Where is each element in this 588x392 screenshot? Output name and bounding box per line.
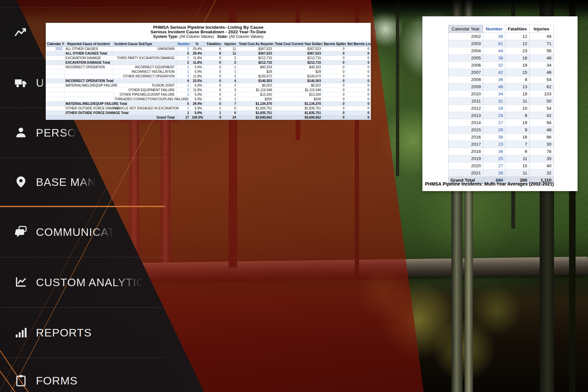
cell-f: 0 [204,83,222,88]
cell-number[interactable]: 32 [483,62,505,69]
cell-year [46,65,64,70]
cell-number[interactable]: 36 [483,76,505,83]
cell-year [46,88,64,92]
cell-pct: 23.5% [190,79,204,83]
sidebar-item-reports[interactable]: REPORTS [0,324,165,341]
sidebar-item-personnel[interactable]: PERSO [0,124,165,141]
cell-fatalities: 19 [505,62,530,69]
cell-year [46,83,64,88]
cell-cause: INCORRECT OPERATION [64,65,113,70]
cell-f: 0 [204,97,222,102]
cell-injuries: 48 [530,126,554,134]
cell-fatalities: 6 [505,148,530,155]
table-row: 2012281054 [449,105,554,112]
cell-pct: 5.9% [190,83,204,88]
cell-number[interactable]: 38 [483,55,505,62]
cell-number[interactable]: 24 [483,112,505,119]
filter-system-value: (All Column Values) [179,34,214,39]
cell-n[interactable]: 2 [176,56,190,60]
cell-number[interactable]: 25 [483,155,505,162]
cell-year: 2018 [449,148,483,155]
cell-n[interactable]: 1 [176,83,190,88]
cell-number[interactable]: 23 [483,141,505,148]
cell-nb: 0 [346,56,371,60]
cell-cause: MATERIAL/WELD/EQUIP FAILURE Total [64,102,113,106]
cell-number[interactable]: 26 [483,170,505,177]
col-header: Incident Cause SubType [113,41,176,47]
cell-fatalities: 11 [505,155,530,162]
cell-f: 8 [204,51,222,56]
incident-report-panel: PHMSA Serious Pipeline Incidents- Listin… [46,23,371,118]
cell-n[interactable]: 1 [176,70,190,74]
sidebar-item-custom-analytics[interactable]: CUSTOM ANALYTIC [0,273,165,291]
cell-nb: 0 [346,102,371,106]
table-row: 201324842 [449,112,554,119]
col-header: Reported Cause of Incident [64,41,113,47]
table-row: OTHER EQUIPMENT FAILURE211.8%03$1,115,94… [46,88,371,92]
cell-c1: $1,835,751 [237,111,273,115]
cell-number[interactable]: 61 [483,40,505,47]
cell-fatalities: 8 [505,112,530,119]
cell-number[interactable]: 36 [483,33,505,40]
cell-injuries: 30 [530,141,554,148]
cell-c2: $5,022 [273,83,322,88]
cell-b: 0 [322,92,346,97]
cell-cause [64,92,113,97]
cell-n[interactable]: 1 [176,92,190,97]
cell-number[interactable]: 38 [483,134,505,141]
cell-n[interactable]: 2 [176,74,190,79]
cell-n: 2 [176,60,190,65]
cell-year: 2009 [449,83,483,90]
cell-i: 2 [222,83,237,88]
sidebar-item-base-management[interactable]: BASE MAN [0,173,165,191]
cell-c2: $1,835,751 [273,106,322,111]
cell-number[interactable]: 42 [483,69,505,76]
cell-n: 5 [176,51,190,56]
cell-number[interactable]: 44 [483,47,505,55]
cell-c1: $1,835,751 [237,106,273,111]
cell-pct: 5.9% [190,70,204,74]
cell-pct: 5.9% [190,97,204,102]
report-subtitle: Serious Incident Cause Breakdown - 2022 … [46,30,371,34]
cell-nb: 0 [346,106,371,111]
truck-icon [14,75,28,90]
cell-number[interactable]: 31 [483,98,505,105]
cell-n[interactable]: 2 [176,88,190,92]
table-row: 201836678 [449,148,554,155]
cell-fatalities: 9 [505,126,530,134]
cell-year: 2014 [449,119,483,126]
cell-f: 0 [204,92,222,97]
cell-year [46,102,64,106]
cell-year[interactable]: 2022 [46,47,64,51]
table-row: EXCAVATION DAMAGETHIRD PARTY EXCAVATION … [46,56,371,60]
cell-number[interactable]: 26 [483,126,505,134]
cell-number[interactable]: 34 [483,90,505,98]
map-pin-icon [14,175,28,189]
cell-number[interactable]: 28 [483,105,505,112]
cell-n[interactable]: 5 [176,47,190,51]
cell-fatalities: 10 [505,105,530,112]
cell-pct: 29.4% [190,51,204,56]
table-row: INCORRECT INSTALLATION15.9%01$28$2800 [46,70,371,74]
sidebar-item-forms[interactable]: FORMS [0,372,165,389]
table-row: 2007421546 [449,69,554,76]
cell-b: 0 [322,97,346,102]
cell-injuries: 50 [530,98,554,105]
cell-number[interactable]: 36 [483,148,505,155]
cell-sub: OTHER EQUIPMENT FAILURE [113,88,176,92]
cell-number[interactable]: 27 [483,162,505,170]
cell-number[interactable]: 27 [483,119,505,126]
cell-pct: 5.9% [190,92,204,97]
tree-trunk [396,0,399,176]
cell-year: 2008 [449,76,483,83]
cell-n[interactable]: 1 [176,65,190,70]
cell-number[interactable]: 46 [483,83,505,90]
cell-nb: 0 [346,70,371,74]
cell-i: 11 [222,51,237,56]
cell-sub: THREADED CONNECTION/COUPLING FAILURE [113,97,176,102]
table-row: 2004442356 [449,47,554,55]
col-header: Barrels Spilled [322,41,346,47]
cell-cause: ALL OTHER CAUSES [64,47,113,51]
cell-b: 0 [322,83,346,88]
sidebar-item-communications[interactable]: COMMUNICAT [0,223,165,241]
